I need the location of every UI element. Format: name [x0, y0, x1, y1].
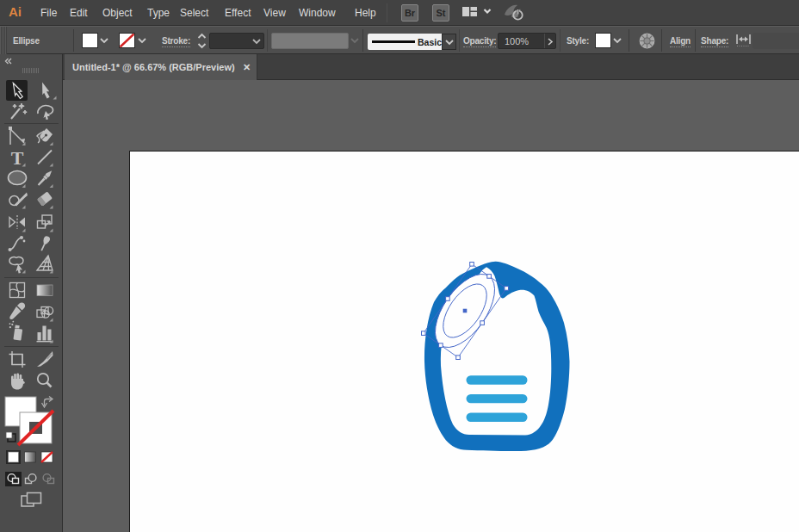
- svg-text:T: T: [11, 147, 24, 169]
